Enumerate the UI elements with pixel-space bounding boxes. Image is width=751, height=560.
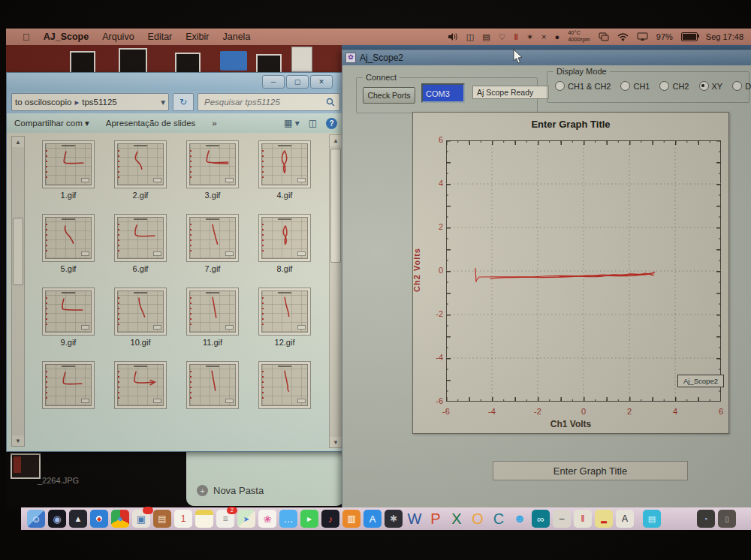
- file-item[interactable]: 6.gif: [104, 214, 176, 288]
- volume-icon[interactable]: [448, 32, 458, 41]
- menu-app-name[interactable]: AJ_Scope: [44, 32, 89, 42]
- breadcrumb-folder[interactable]: to osciloscopio: [15, 98, 71, 107]
- desktop-image-icon[interactable]: [175, 53, 201, 74]
- search-box[interactable]: [198, 93, 340, 111]
- mirroring-icon[interactable]: [599, 32, 609, 41]
- dock-icon[interactable]: ➤: [237, 510, 255, 528]
- dock-icon[interactable]: ☻: [511, 510, 529, 528]
- file-item[interactable]: 11.gif: [176, 288, 249, 361]
- file-item[interactable]: 9.gif: [32, 288, 104, 361]
- close-app-icon[interactable]: ×: [541, 33, 546, 41]
- radio-ch2[interactable]: CH2: [659, 81, 689, 91]
- maximize-button[interactable]: ▢: [286, 75, 309, 89]
- istat-temp-readout[interactable]: 40°C4000rpm: [568, 30, 590, 43]
- file-item[interactable]: 5.gif: [32, 214, 104, 288]
- slideshow-button[interactable]: Apresentação de slides: [106, 119, 196, 128]
- search-input[interactable]: [203, 97, 326, 107]
- scroll-down-icon[interactable]: ▼: [330, 437, 342, 447]
- desktop-jpg-icon[interactable]: [11, 453, 41, 479]
- radio-ch1-ch2[interactable]: CH1 & CH2: [555, 81, 611, 91]
- file-item[interactable]: [32, 361, 104, 435]
- toolbar-overflow-button[interactable]: »: [212, 119, 216, 128]
- graph-title-input[interactable]: Enter Graph Title: [493, 461, 688, 480]
- airplay-display-icon[interactable]: [637, 32, 648, 41]
- views-button[interactable]: ▦ ▾: [284, 118, 300, 128]
- dock-icon[interactable]: ‖: [574, 510, 592, 528]
- dock-icon[interactable]: C: [490, 510, 508, 528]
- dock-icon[interactable]: A: [363, 510, 382, 528]
- scroll-up-icon[interactable]: ▲: [330, 135, 342, 146]
- dropbox-icon[interactable]: ✶: [526, 33, 533, 41]
- radio-ch1[interactable]: CH1: [620, 81, 650, 91]
- dock-icon[interactable]: ≡ 2: [216, 510, 234, 528]
- preview-pane-button[interactable]: ◫: [309, 118, 317, 128]
- new-folder-button[interactable]: + Nova Pasta: [197, 485, 264, 496]
- dock-icon[interactable]: ●: [111, 510, 129, 528]
- scrollbar-thumb[interactable]: [330, 149, 341, 263]
- menu-arquivo[interactable]: Arquivo: [102, 32, 134, 42]
- dock-icon[interactable]: –: [553, 510, 571, 528]
- dock-icon[interactable]: ▤: [153, 510, 171, 528]
- dock-icon[interactable]: X: [448, 510, 466, 528]
- apple-icon[interactable]: : [23, 32, 30, 43]
- close-button[interactable]: ✕: [310, 75, 333, 89]
- dock-icon[interactable]: ∞: [532, 510, 550, 528]
- dock-icon[interactable]: ▪: [697, 510, 715, 528]
- file-item[interactable]: 2.gif: [104, 140, 176, 214]
- desktop-folder-icon[interactable]: [220, 51, 247, 71]
- dock-icon[interactable]: ▥: [342, 510, 360, 528]
- parallels-icon[interactable]: ◫: [466, 33, 474, 41]
- handoff-icon[interactable]: ▤: [482, 33, 490, 41]
- share-with-button[interactable]: Compartilhar com ▾: [14, 118, 89, 128]
- desktop-image-icon[interactable]: [119, 48, 147, 74]
- desktop-image-icon[interactable]: [70, 51, 95, 74]
- file-item[interactable]: [249, 361, 321, 435]
- dock-icon[interactable]: ▲: [69, 510, 87, 528]
- dock-icon[interactable]: ☺: [27, 510, 45, 528]
- scroll-down-icon[interactable]: ▼: [12, 435, 24, 446]
- file-item[interactable]: 1.gif: [32, 140, 104, 214]
- scrollbar-thumb[interactable]: [13, 218, 23, 285]
- dock-icon[interactable]: P: [427, 510, 445, 528]
- fan-control-icon[interactable]: ●: [555, 33, 560, 41]
- radio-xy[interactable]: XY: [699, 81, 723, 91]
- menu-exibir[interactable]: Exibir: [185, 32, 209, 42]
- dock-icon[interactable]: O: [469, 510, 487, 528]
- menu-clock[interactable]: Seg 17:48: [706, 32, 743, 41]
- file-item[interactable]: 4.gif: [249, 140, 321, 214]
- dock-icon[interactable]: …: [279, 510, 297, 528]
- dock-icon[interactable]: ✱: [385, 510, 403, 528]
- health-icon[interactable]: ♡: [499, 33, 506, 41]
- dock-icon[interactable]: 1: [174, 510, 192, 528]
- minimize-button[interactable]: ─: [262, 75, 285, 89]
- dock-icon[interactable]: A: [616, 510, 634, 528]
- file-item[interactable]: [176, 361, 249, 435]
- breadcrumb[interactable]: to osciloscopio ▸ tps51125 ▾: [11, 93, 169, 111]
- menu-editar[interactable]: Editar: [148, 32, 173, 42]
- dock-icon[interactable]: ◉: [48, 510, 66, 528]
- file-item[interactable]: [104, 361, 176, 435]
- dock-icon[interactable]: ◆: [90, 510, 108, 528]
- desktop-document-icon[interactable]: [291, 47, 312, 72]
- breadcrumb-current[interactable]: tps51125: [82, 98, 116, 107]
- file-item[interactable]: 12.gif: [249, 288, 321, 361]
- dock-icon[interactable]: ❀: [258, 510, 276, 528]
- dock-icon[interactable]: ▯: [718, 510, 736, 528]
- refresh-button[interactable]: ↻: [173, 93, 194, 111]
- dock-icon[interactable]: ▤: [643, 510, 661, 528]
- dock-icon[interactable]: ▂: [595, 510, 613, 528]
- wifi-icon[interactable]: [617, 33, 629, 41]
- dock-icon[interactable]: ▣: [132, 510, 150, 528]
- scroll-up-icon[interactable]: ▲: [12, 137, 24, 147]
- file-item[interactable]: 3.gif: [176, 140, 249, 214]
- dock-icon[interactable]: ♪: [321, 510, 339, 528]
- dock-icon[interactable]: [195, 510, 213, 528]
- menu-janela[interactable]: Janela: [223, 32, 251, 42]
- dock-icon[interactable]: W: [406, 510, 424, 528]
- file-item[interactable]: 8.gif: [249, 214, 321, 288]
- dock-icon[interactable]: ▸: [300, 510, 318, 528]
- help-button[interactable]: ?: [326, 118, 337, 129]
- com-port-field[interactable]: COM3: [421, 83, 465, 103]
- pause-icon[interactable]: ‖: [514, 33, 517, 41]
- file-item[interactable]: 7.gif: [176, 214, 249, 288]
